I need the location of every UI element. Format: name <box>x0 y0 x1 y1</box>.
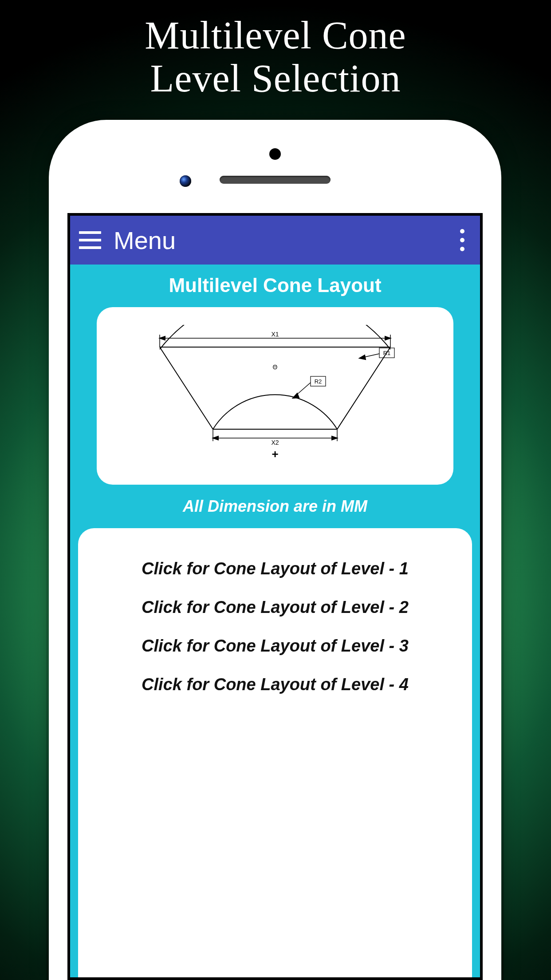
app-bar-title: Menu <box>114 226 453 255</box>
section-title: Multilevel Cone Layout <box>70 265 480 307</box>
levels-card: Click for Cone Layout of Level - 1 Click… <box>78 528 472 980</box>
dimension-note: All Dimension are in MM <box>70 485 480 528</box>
svg-marker-15 <box>359 355 366 360</box>
phone-camera <box>180 175 191 187</box>
diagram-label-x1: X1 <box>271 331 279 338</box>
promo-title: Multilevel Cone Level Selection <box>0 0 551 100</box>
svg-marker-8 <box>385 336 390 340</box>
diagram-label-theta: Θ <box>273 364 278 371</box>
svg-line-1 <box>160 347 213 429</box>
app-screen: Menu Multilevel Cone Layout <box>67 213 483 980</box>
cone-diagram-card: X1 X2 R1 R2 Θ + <box>97 307 453 485</box>
content-area: Multilevel Cone Layout <box>70 265 480 980</box>
level-link-4[interactable]: Click for Cone Layout of Level - 4 <box>105 665 445 704</box>
app-bar: Menu <box>70 216 480 265</box>
phone-shadow <box>46 182 49 980</box>
cone-diagram: X1 X2 R1 R2 Θ + <box>133 325 417 467</box>
svg-marker-18 <box>293 393 299 398</box>
phone-frame: Menu Multilevel Cone Layout <box>49 120 501 980</box>
svg-marker-7 <box>160 336 165 340</box>
diagram-label-center: + <box>272 447 278 461</box>
diagram-label-r2: R2 <box>315 378 322 385</box>
phone-speaker <box>220 176 331 184</box>
overflow-menu-icon[interactable] <box>453 229 471 251</box>
diagram-label-x2: X2 <box>271 439 279 446</box>
level-link-1[interactable]: Click for Cone Layout of Level - 1 <box>105 549 445 588</box>
hamburger-icon[interactable] <box>79 231 101 249</box>
phone-shadow <box>501 182 504 980</box>
level-link-3[interactable]: Click for Cone Layout of Level - 3 <box>105 627 445 665</box>
level-link-2[interactable]: Click for Cone Layout of Level - 2 <box>105 588 445 627</box>
promo-title-line-1: Multilevel Cone <box>145 14 406 57</box>
svg-marker-12 <box>213 436 218 440</box>
promo-title-line-2: Level Selection <box>150 57 401 100</box>
phone-sensor <box>269 148 281 160</box>
diagram-label-r1: R1 <box>383 350 391 356</box>
svg-marker-13 <box>332 436 337 440</box>
